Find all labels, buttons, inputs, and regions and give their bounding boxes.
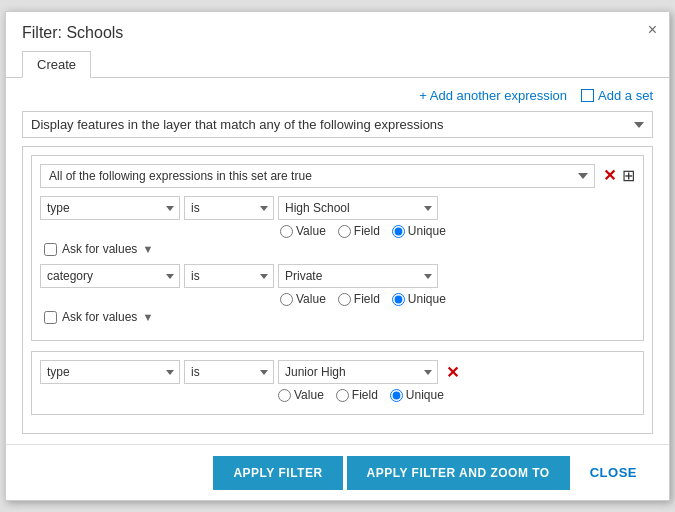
set1-expr-1: type category name is is not High School… <box>40 196 635 256</box>
field-select-1[interactable]: type category name <box>40 196 180 220</box>
close-x-icon[interactable]: × <box>648 22 657 38</box>
ask-label-1: Ask for values <box>62 242 137 256</box>
field-select-standalone[interactable]: type category name <box>40 360 180 384</box>
ask-dropdown-icon-1[interactable]: ▼ <box>142 243 153 255</box>
set-header-select-1[interactable]: All of the following expressions in this… <box>40 164 595 188</box>
op-select-1[interactable]: is is not <box>184 196 274 220</box>
radio-unique-s[interactable]: Unique <box>390 388 444 402</box>
radio-row-2: Value Field Unique <box>40 292 635 306</box>
add-set-label[interactable]: Add a set <box>598 88 653 103</box>
set-add-grid-icon[interactable]: ⊞ <box>622 168 635 184</box>
apply-filter-zoom-button[interactable]: APPLY FILTER AND ZOOM TO <box>347 456 570 490</box>
add-set-link[interactable]: Add a set <box>581 88 653 103</box>
radio-field-s[interactable]: Field <box>336 388 378 402</box>
radio-row-1: Value Field Unique <box>40 224 635 238</box>
standalone-expr: type category name is is not Junior High… <box>31 351 644 415</box>
expr-row-2: category type name is is not Private Pub… <box>40 264 635 288</box>
dialog-body: + Add another expression Add a set Displ… <box>6 78 669 444</box>
set-actions: ✕ ⊞ <box>603 168 635 184</box>
ask-label-2: Ask for values <box>62 310 137 324</box>
close-button[interactable]: CLOSE <box>574 455 653 490</box>
radio-unique-2[interactable]: Unique <box>392 292 446 306</box>
expr-row-1: type category name is is not High School… <box>40 196 635 220</box>
apply-filter-button[interactable]: APPLY FILTER <box>213 456 342 490</box>
radio-field-2[interactable]: Field <box>338 292 380 306</box>
field-select-2[interactable]: category type name <box>40 264 180 288</box>
op-select-standalone[interactable]: is is not <box>184 360 274 384</box>
checkbox-icon <box>581 89 594 102</box>
val-select-standalone[interactable]: Junior High High School Middle School <box>278 360 438 384</box>
radio-value-1[interactable]: Value <box>280 224 326 238</box>
dialog-title: Filter: Schools <box>6 12 669 50</box>
tab-create[interactable]: Create <box>22 51 91 78</box>
radio-field-1[interactable]: Field <box>338 224 380 238</box>
match-select[interactable]: Display features in the layer that match… <box>22 111 653 138</box>
radio-row-standalone: Value Field Unique <box>40 388 635 402</box>
standalone-delete-icon[interactable]: ✕ <box>446 363 459 382</box>
ask-row-2: Ask for values ▼ <box>40 310 635 324</box>
ask-checkbox-2[interactable] <box>44 311 57 324</box>
set1-expr-2: category type name is is not Private Pub… <box>40 264 635 324</box>
expr-row-standalone: type category name is is not Junior High… <box>40 360 635 384</box>
ask-dropdown-icon-2[interactable]: ▼ <box>142 311 153 323</box>
radio-value-2[interactable]: Value <box>280 292 326 306</box>
footer: APPLY FILTER APPLY FILTER AND ZOOM TO CL… <box>6 444 669 500</box>
add-expression-label[interactable]: Add another expression <box>430 88 567 103</box>
match-row: Display features in the layer that match… <box>22 111 653 138</box>
radio-unique-1[interactable]: Unique <box>392 224 446 238</box>
radio-value-s[interactable]: Value <box>278 388 324 402</box>
val-select-2[interactable]: Private Public Charter <box>278 264 438 288</box>
scrollable-area[interactable]: All of the following expressions in this… <box>22 146 653 434</box>
ask-row-1: Ask for values ▼ <box>40 242 635 256</box>
val-select-1[interactable]: High School Middle School Elementary Jun… <box>278 196 438 220</box>
set-delete-icon[interactable]: ✕ <box>603 168 616 184</box>
tabs-bar: Create <box>6 50 669 78</box>
op-select-2[interactable]: is is not <box>184 264 274 288</box>
plus-icon: + <box>419 88 427 103</box>
ask-checkbox-1[interactable] <box>44 243 57 256</box>
filter-dialog: × Filter: Schools Create + Add another e… <box>5 11 670 501</box>
filter-set-1: All of the following expressions in this… <box>31 155 644 341</box>
add-expression-link[interactable]: + Add another expression <box>419 88 567 103</box>
set-header-1: All of the following expressions in this… <box>40 164 635 188</box>
top-actions: + Add another expression Add a set <box>22 88 653 103</box>
